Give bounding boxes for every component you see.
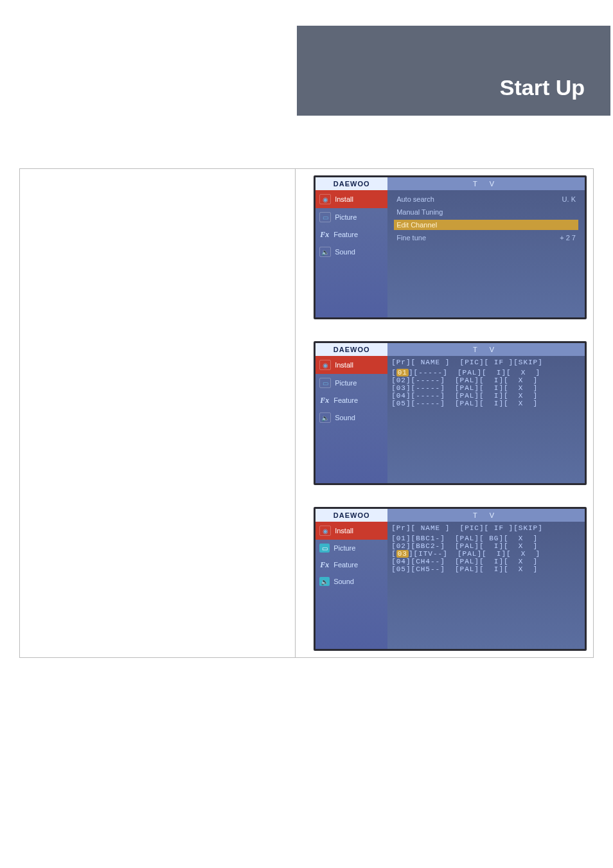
sidebar-item-label: Install — [335, 361, 353, 369]
tv-screenshot-channel-blank: DAEWOO ◉ Install ▭ Picture Fx Feature 🔈 … — [314, 341, 587, 485]
sidebar-item-label: Picture — [335, 379, 357, 387]
feature-icon: Fx — [319, 230, 330, 239]
channel-row[interactable]: [03][ITV--] [PAL][ I][ X ] — [391, 550, 581, 558]
sidebar-item-label: Picture — [333, 544, 355, 552]
channel-row[interactable]: [04][CH4--] [PAL][ I][ X ] — [391, 558, 581, 565]
osd-sidebar: DAEWOO ◉ Install ▭ Picture Fx Feature 🔈 … — [315, 509, 387, 649]
brand-label: DAEWOO — [315, 343, 387, 356]
sidebar-item-label: Install — [335, 195, 353, 203]
channel-table: [Pr][ NAME ] [PIC][ IF ][SKIP] [01][----… — [387, 356, 585, 410]
sound-icon: 🔈 — [319, 412, 331, 423]
content-table: DAEWOO ◉ Install ▭ Picture Fx Feature 🔈 … — [19, 168, 594, 658]
tv-screenshot-channel-named: DAEWOO ◉ Install ▭ Picture Fx Feature 🔈 … — [314, 507, 587, 651]
sidebar-item-feature[interactable]: Fx Feature — [315, 556, 387, 573]
channel-row[interactable]: [04][-----] [PAL][ I][ X ] — [391, 392, 581, 400]
channel-table-header: [Pr][ NAME ] [PIC][ IF ][SKIP] — [391, 359, 581, 366]
sidebar-item-label: Feature — [333, 561, 358, 569]
osd-main: T V [Pr][ NAME ] [PIC][ IF ][SKIP] [01][… — [387, 343, 585, 483]
edit-channel-label: Edit Channel — [396, 221, 437, 229]
channel-row[interactable]: [03][-----] [PAL][ I][ X ] — [391, 384, 581, 392]
install-icon: ◉ — [319, 360, 331, 370]
install-icon: ◉ — [319, 194, 331, 204]
osd-sidebar: DAEWOO ◉ Install ▭ Picture Fx Feature 🔈 … — [315, 343, 387, 483]
osd-main: T V Auto search U. K Manual Tuning Edit … — [387, 177, 585, 317]
channel-row[interactable]: [01][-----] [PAL][ I][ X ] — [391, 369, 581, 376]
sidebar-item-feature[interactable]: Fx Feature — [315, 226, 387, 243]
sidebar-item-label: Feature — [333, 231, 358, 238]
sidebar-item-picture[interactable]: ▭ Picture — [315, 208, 387, 226]
osd-main: T V [Pr][ NAME ] [PIC][ IF ][SKIP] [01][… — [387, 509, 585, 649]
brand-label: DAEWOO — [315, 177, 387, 190]
osd-heading: T V — [387, 343, 585, 356]
channel-row[interactable]: [02][BBC2-] [PAL][ I][ X ] — [391, 542, 581, 550]
sidebar-item-label: Sound — [335, 248, 355, 256]
osd-heading: T V — [387, 177, 585, 190]
menu-item-edit-channel[interactable]: Edit Channel — [394, 220, 578, 230]
sidebar-item-picture[interactable]: ▭ Picture — [315, 540, 387, 556]
auto-search-label: Auto search — [396, 195, 434, 203]
feature-icon: Fx — [319, 396, 330, 405]
channel-row[interactable]: [05][-----] [PAL][ I][ X ] — [391, 400, 581, 407]
channel-table: [Pr][ NAME ] [PIC][ IF ][SKIP] [01][BBC1… — [387, 522, 585, 576]
page-title: Start Up — [500, 75, 585, 100]
sound-icon: 🔈 — [319, 247, 331, 257]
osd-heading: T V — [387, 509, 585, 522]
tv-screenshot-install-menu: DAEWOO ◉ Install ▭ Picture Fx Feature 🔈 … — [314, 175, 587, 319]
right-column: DAEWOO ◉ Install ▭ Picture Fx Feature 🔈 … — [295, 169, 593, 657]
fine-tune-label: Fine tune — [396, 234, 426, 242]
osd-sidebar: DAEWOO ◉ Install ▭ Picture Fx Feature 🔈 … — [315, 177, 387, 317]
install-icon: ◉ — [319, 526, 331, 536]
sidebar-item-label: Sound — [335, 414, 355, 421]
sidebar-item-feature[interactable]: Fx Feature — [315, 392, 387, 409]
feature-icon: Fx — [319, 560, 330, 569]
sidebar-item-sound[interactable]: 🔈 Sound — [315, 243, 387, 261]
picture-icon: ▭ — [319, 544, 330, 553]
menu-item-fine-tune[interactable]: Fine tune + 2 7 — [394, 233, 578, 243]
brand-label: DAEWOO — [315, 509, 387, 522]
sound-icon: 🔈 — [319, 577, 330, 586]
sidebar-item-label: Sound — [333, 578, 354, 585]
sidebar-item-sound[interactable]: 🔈 Sound — [315, 573, 387, 590]
sidebar-item-install[interactable]: ◉ Install — [315, 522, 387, 540]
manual-tuning-label: Manual Tuning — [396, 208, 443, 216]
install-submenu: Auto search U. K Manual Tuning Edit Chan… — [387, 190, 585, 247]
channel-row[interactable]: [01][BBC1-] [PAL][ BG][ X ] — [391, 535, 581, 542]
sidebar-item-label: Feature — [333, 396, 358, 404]
sidebar-item-install[interactable]: ◉ Install — [315, 356, 387, 374]
sidebar-item-label: Install — [335, 527, 353, 535]
sidebar-item-install[interactable]: ◉ Install — [315, 190, 387, 208]
channel-table-header: [Pr][ NAME ] [PIC][ IF ][SKIP] — [391, 524, 581, 532]
channel-row[interactable]: [05][CH5--] [PAL][ I][ X ] — [391, 565, 581, 573]
picture-icon: ▭ — [319, 378, 331, 388]
page-title-band: Start Up — [297, 26, 610, 116]
sidebar-item-label: Picture — [335, 213, 357, 221]
sidebar-item-sound[interactable]: 🔈 Sound — [315, 409, 387, 427]
channel-row[interactable]: [02][-----] [PAL][ I][ X ] — [391, 376, 581, 384]
fine-tune-value: + 2 7 — [560, 234, 576, 242]
auto-search-value: U. K — [562, 195, 576, 203]
menu-item-manual-tuning[interactable]: Manual Tuning — [394, 207, 578, 217]
sidebar-item-picture[interactable]: ▭ Picture — [315, 374, 387, 392]
menu-item-auto-search[interactable]: Auto search U. K — [394, 194, 578, 204]
picture-icon: ▭ — [319, 212, 331, 222]
left-column — [20, 169, 295, 657]
